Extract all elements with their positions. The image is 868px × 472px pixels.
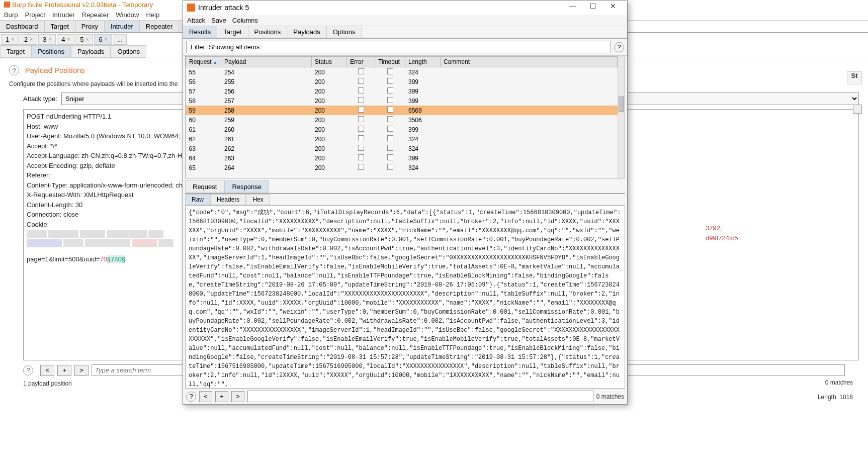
subtab-more[interactable]: ... [113,34,127,45]
subtab-4[interactable]: 4× [57,34,74,45]
error-checkbox [358,164,364,170]
help-icon[interactable]: ? [9,65,19,75]
error-checkbox [358,126,364,132]
tab-repeater[interactable]: Repeater [140,21,179,32]
timeout-checkbox [387,107,393,113]
burp-icon [4,2,10,8]
table-row[interactable]: 592582006569 [186,106,618,115]
table-row[interactable]: 56255200399 [186,77,618,86]
col-error[interactable]: Error [347,57,375,67]
intruder-attack-window: Intruder attack 5 — ☐ ✕ Attack Save Colu… [183,0,628,405]
response-body[interactable]: {"code":"0","msg":"成功","count":6,"iTotal… [185,206,625,389]
table-row[interactable]: 602592003506 [186,115,618,125]
tab-target[interactable]: Target [45,21,75,32]
error-checkbox [358,107,364,113]
error-checkbox [358,116,364,122]
help-icon[interactable]: ? [186,392,196,402]
timeout-checkbox [387,68,393,74]
error-checkbox [358,145,364,151]
table-row[interactable]: 64263200399 [186,153,618,163]
col-status[interactable]: Status [312,57,347,67]
ftab-hex[interactable]: Hex [246,194,270,205]
prev-button[interactable]: < [199,391,212,402]
modal-titlebar[interactable]: Intruder attack 5 — ☐ ✕ [183,1,627,15]
maximize-button[interactable]: ☐ [583,2,603,13]
close-icon[interactable]: × [67,37,70,42]
ftab-raw[interactable]: Raw [185,194,210,205]
subtab-5[interactable]: 5× [75,34,93,45]
help-icon[interactable]: ? [614,42,624,52]
menu-save[interactable]: Save [211,17,226,24]
help-icon[interactable]: ? [23,365,33,375]
rtab-response[interactable]: Response [224,180,269,193]
burp-icon [187,4,195,12]
close-icon[interactable]: × [11,37,14,42]
subtab-1[interactable]: 1× [1,34,19,45]
close-icon[interactable]: × [86,37,89,42]
table-row[interactable]: 62261200324 [186,134,618,144]
tab-dashboard[interactable]: Dashboard [0,21,45,32]
menu-help[interactable]: Help [146,11,159,19]
filter-box[interactable]: Filter: Showing all items [186,41,611,53]
matches-label: 0 matches [596,393,624,400]
menu-project[interactable]: Project [25,11,45,19]
mtab-results[interactable]: Results [183,26,217,38]
ctab-target[interactable]: Target [0,45,31,58]
subtab-3[interactable]: 3× [38,34,56,45]
tab-intruder[interactable]: Intruder [105,21,140,32]
scrollbar-thumb[interactable] [619,97,624,112]
close-icon[interactable]: × [30,37,33,42]
table-row[interactable]: 57256200399 [186,86,618,96]
add-button[interactable]: + [215,391,228,402]
ctab-positions[interactable]: Positions [31,45,71,58]
scrollbar[interactable] [618,56,625,178]
attack-type-label: Attack type: [23,95,57,103]
menu-burp[interactable]: Burp [4,11,18,19]
timeout-checkbox [387,135,393,141]
prev-button[interactable]: < [40,365,54,376]
table-row[interactable]: 58257200399 [186,96,618,106]
partial-response-text: 3792;d99f724fc5; [706,223,740,243]
response-search-input[interactable] [247,391,593,402]
col-payload[interactable]: Payload [221,57,312,67]
minimize-button[interactable]: — [563,2,583,13]
error-checkbox [358,87,364,93]
ctab-options[interactable]: Options [111,45,146,58]
filter-row: Filter: Showing all items ? [183,39,627,56]
ctab-payloads[interactable]: Payloads [71,45,111,58]
col-comment[interactable]: Comment [441,57,618,67]
rtab-request[interactable]: Request [185,180,224,193]
menu-repeater[interactable]: Repeater [82,11,109,19]
table-row[interactable]: 65264200324 [186,163,618,172]
col-timeout[interactable]: Timeout [375,57,405,67]
menu-intruder[interactable]: Intruder [52,11,75,19]
close-button[interactable]: ✕ [603,2,623,13]
results-table: Request Payload Status Error Timeout Len… [186,56,618,172]
reqres-tabs: Request Response [185,180,625,194]
next-button[interactable]: > [231,391,244,402]
mtab-positions[interactable]: Positions [248,26,288,38]
table-row[interactable]: 55254200324 [186,67,618,77]
mtab-target[interactable]: Target [217,26,248,38]
ftab-headers[interactable]: Headers [210,194,246,205]
dropdown-arrow-icon[interactable] [853,105,862,114]
mtab-options[interactable]: Options [327,26,362,38]
col-request[interactable]: Request [186,57,221,67]
close-icon[interactable]: × [105,37,108,42]
mtab-payloads[interactable]: Payloads [287,26,326,38]
table-row[interactable]: 61260200399 [186,125,618,134]
close-icon[interactable]: × [48,37,51,42]
menu-attack[interactable]: Attack [187,17,205,24]
table-row[interactable]: 63262200324 [186,144,618,153]
col-length[interactable]: Length [405,57,441,67]
subtab-2[interactable]: 2× [20,34,37,45]
tab-proxy[interactable]: Proxy [75,21,105,32]
subtab-6[interactable]: 6× [94,34,112,45]
next-button[interactable]: > [74,365,89,376]
start-attack-button[interactable]: St [847,71,862,84]
menu-window[interactable]: Window [116,11,139,19]
timeout-checkbox [387,87,393,93]
menu-columns[interactable]: Columns [232,17,258,24]
format-tabs: Raw Headers Hex [185,194,625,206]
add-button[interactable]: + [57,365,71,376]
